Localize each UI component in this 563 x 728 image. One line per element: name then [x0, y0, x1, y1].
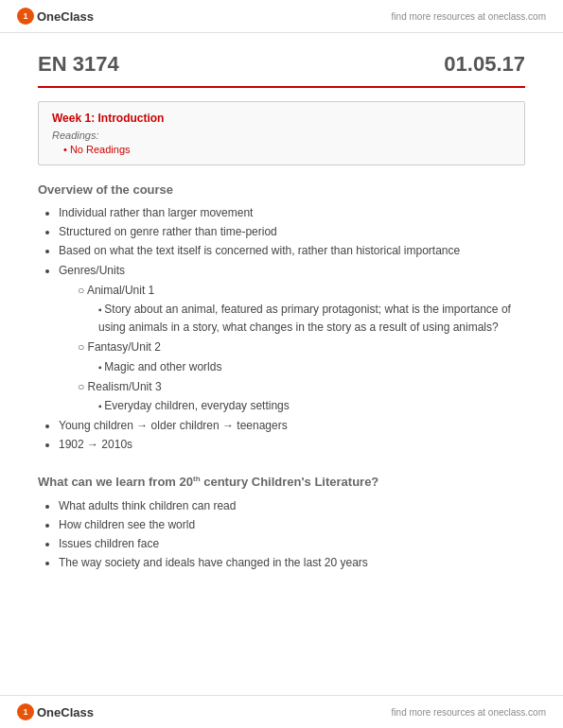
week-box-title: Week 1: Introduction [52, 112, 511, 125]
bullet-item: Structured on genre rather than time-per… [59, 223, 525, 241]
unit-animal: Animal/Unit 1 Story about an animal, fea… [78, 282, 525, 338]
unit-fantasy: Fantasy/Unit 2 Magic and other worlds [78, 338, 525, 375]
footer-logo-icon: 1 [17, 703, 34, 720]
footer: 1 OneClass find more resources at onecla… [0, 695, 563, 728]
overview-bullets: Individual rather than larger movement S… [38, 204, 525, 454]
extra-bullet-1: Young children → older children → teenag… [59, 417, 525, 435]
course-code: EN 3174 [38, 52, 119, 77]
unit-fantasy-detail: Magic and other worlds [98, 358, 525, 376]
units-list: Animal/Unit 1 Story about an animal, fea… [59, 282, 525, 415]
s2-bullet-4: The way society and ideals have changed … [59, 554, 525, 572]
header-tagline: find more resources at oneclass.com [392, 11, 546, 22]
bullet-item: Individual rather than larger movement [59, 204, 525, 222]
header: 1 OneClass find more resources at onecla… [0, 0, 563, 33]
logo-text: OneClass [37, 9, 94, 24]
week-box: Week 1: Introduction Readings: No Readin… [38, 101, 525, 165]
footer-tagline: find more resources at oneclass.com [392, 707, 546, 718]
logo: 1 OneClass [17, 8, 94, 25]
divider [38, 86, 525, 88]
s2-bullet-1: What adults think children can read [59, 497, 525, 515]
s2-bullet-2: How children see the world [59, 516, 525, 534]
course-header: EN 3174 01.05.17 [38, 52, 525, 77]
course-date: 01.05.17 [444, 52, 525, 77]
readings-label: Readings: [52, 130, 511, 141]
overview-heading: Overview of the course [38, 182, 525, 197]
footer-logo: 1 OneClass [17, 703, 94, 720]
no-readings-item: No Readings [52, 144, 511, 155]
unit-realism-detail: Everyday children, everyday settings [98, 397, 525, 415]
logo-icon: 1 [17, 8, 34, 25]
section2-heading: What can we learn from 20th century Chil… [38, 475, 525, 489]
readings-list: No Readings [52, 144, 511, 155]
unit-animal-detail: Story about an animal, featured as prima… [98, 301, 525, 337]
genres-item: Genres/Units Animal/Unit 1 Story about a… [59, 262, 525, 416]
footer-logo-text: OneClass [37, 705, 94, 719]
unit-realism: Realism/Unit 3 Everyday children, everyd… [78, 378, 525, 415]
section2-bullets: What adults think children can read How … [38, 497, 525, 573]
extra-bullet-2: 1902 → 2010s [59, 436, 525, 454]
s2-bullet-3: Issues children face [59, 535, 525, 553]
main-content: EN 3174 01.05.17 Week 1: Introduction Re… [0, 33, 563, 637]
bullet-item: Based on what the text itself is concern… [59, 242, 525, 260]
